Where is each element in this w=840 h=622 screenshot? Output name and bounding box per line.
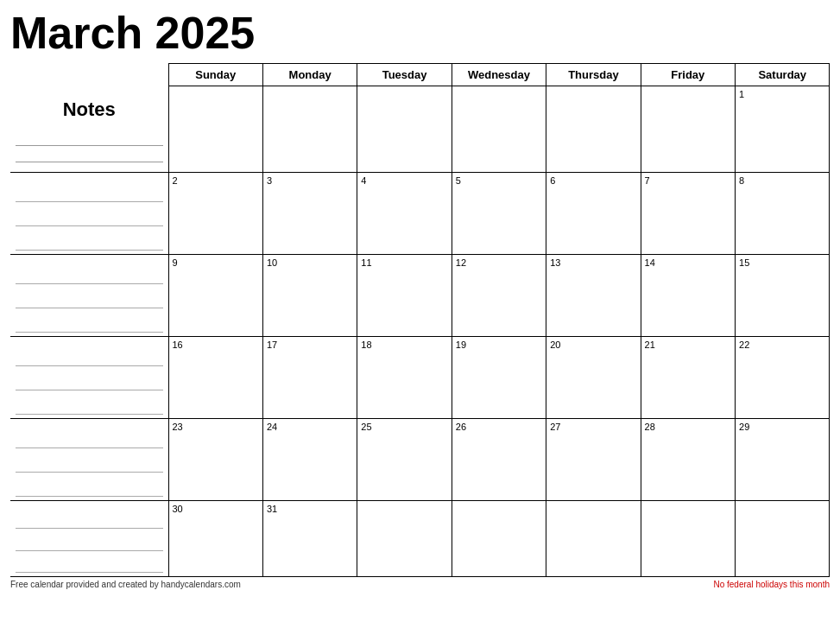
day-number-15: 15 xyxy=(739,257,749,268)
day-number-5: 5 xyxy=(456,175,461,186)
header-tuesday: Tuesday xyxy=(357,64,452,86)
day-cell-2-5: 14 xyxy=(641,255,735,337)
day-cell-0-3 xyxy=(452,86,546,173)
day-cell-1-2: 4 xyxy=(357,173,452,255)
day-cell-2-2: 11 xyxy=(357,255,452,337)
day-cell-5-0: 30 xyxy=(168,501,262,577)
day-number-22: 22 xyxy=(739,340,749,350)
notes-cell-0: Notes xyxy=(10,86,168,173)
day-number-14: 14 xyxy=(645,257,655,268)
day-cell-2-1: 10 xyxy=(262,255,357,337)
week-row-3: 16171819202122 xyxy=(10,337,830,419)
week-row-2: 9101112131415 xyxy=(10,255,830,337)
day-number-30: 30 xyxy=(173,504,183,514)
day-cell-3-4: 20 xyxy=(546,337,641,419)
footer-left: Free calendar provided and created by ha… xyxy=(10,580,241,589)
day-number-7: 7 xyxy=(645,175,650,186)
footer-right: No federal holidays this month xyxy=(713,580,830,589)
page-title: March 2025 xyxy=(10,9,830,58)
notes-cell-4 xyxy=(10,419,168,501)
notes-cell-5 xyxy=(10,501,168,577)
week-row-0: Notes1 xyxy=(10,86,830,173)
day-number-3: 3 xyxy=(267,175,272,186)
header-wednesday: Wednesday xyxy=(452,64,546,86)
header-saturday: Saturday xyxy=(736,64,830,86)
day-number-29: 29 xyxy=(739,422,749,432)
day-number-31: 31 xyxy=(267,504,277,514)
day-cell-0-4 xyxy=(546,86,641,173)
day-number-25: 25 xyxy=(361,422,371,432)
day-cell-5-1: 31 xyxy=(262,501,357,577)
day-number-12: 12 xyxy=(456,257,466,268)
day-cell-5-5 xyxy=(641,501,735,577)
day-cell-2-4: 13 xyxy=(546,255,641,337)
day-cell-5-3 xyxy=(452,501,546,577)
day-number-13: 13 xyxy=(550,257,560,268)
header-friday: Friday xyxy=(641,64,735,86)
day-cell-4-1: 24 xyxy=(262,419,357,501)
week-row-1: 2345678 xyxy=(10,173,830,255)
notes-label: Notes xyxy=(10,90,168,130)
day-number-4: 4 xyxy=(361,175,366,186)
day-cell-2-3: 12 xyxy=(452,255,546,337)
footer: Free calendar provided and created by ha… xyxy=(10,580,830,589)
day-cell-4-2: 25 xyxy=(357,419,452,501)
day-number-20: 20 xyxy=(550,340,560,350)
day-cell-3-2: 18 xyxy=(357,337,452,419)
day-cell-0-0 xyxy=(168,86,262,173)
day-number-21: 21 xyxy=(645,340,655,350)
day-cell-3-3: 19 xyxy=(452,337,546,419)
day-number-24: 24 xyxy=(267,422,277,432)
day-cell-1-3: 5 xyxy=(452,173,546,255)
day-cell-1-5: 7 xyxy=(641,173,735,255)
day-cell-4-6: 29 xyxy=(736,419,830,501)
day-number-1: 1 xyxy=(739,89,744,99)
week-row-4: 23242526272829 xyxy=(10,419,830,501)
day-cell-5-4 xyxy=(546,501,641,577)
header-row: Sunday Monday Tuesday Wednesday Thursday… xyxy=(10,64,830,86)
day-cell-1-6: 8 xyxy=(736,173,830,255)
day-number-28: 28 xyxy=(645,422,655,432)
day-number-18: 18 xyxy=(361,340,371,350)
day-number-19: 19 xyxy=(456,340,466,350)
day-number-26: 26 xyxy=(456,422,466,432)
day-cell-4-0: 23 xyxy=(168,419,262,501)
day-cell-3-1: 17 xyxy=(262,337,357,419)
day-number-8: 8 xyxy=(739,175,744,186)
header-sunday: Sunday xyxy=(168,64,262,86)
day-number-17: 17 xyxy=(267,340,277,350)
day-cell-1-4: 6 xyxy=(546,173,641,255)
notes-cell-3 xyxy=(10,337,168,419)
day-cell-0-2 xyxy=(357,86,452,173)
header-monday: Monday xyxy=(262,64,357,86)
day-cell-5-6 xyxy=(736,501,830,577)
day-cell-4-5: 28 xyxy=(641,419,735,501)
notes-cell-2 xyxy=(10,255,168,337)
day-number-9: 9 xyxy=(173,257,178,268)
calendar-table: Sunday Monday Tuesday Wednesday Thursday… xyxy=(10,63,830,577)
header-thursday: Thursday xyxy=(546,64,641,86)
day-cell-3-6: 22 xyxy=(736,337,830,419)
day-cell-1-1: 3 xyxy=(262,173,357,255)
day-number-11: 11 xyxy=(361,257,371,268)
day-number-23: 23 xyxy=(173,422,183,432)
week-row-5: 3031 xyxy=(10,501,830,577)
day-cell-4-3: 26 xyxy=(452,419,546,501)
day-number-27: 27 xyxy=(550,422,560,432)
day-number-16: 16 xyxy=(173,340,183,350)
day-cell-5-2 xyxy=(357,501,452,577)
day-number-10: 10 xyxy=(267,257,277,268)
day-cell-0-1 xyxy=(262,86,357,173)
notes-cell-1 xyxy=(10,173,168,255)
day-number-6: 6 xyxy=(550,175,555,186)
notes-header xyxy=(10,64,168,86)
day-number-2: 2 xyxy=(173,175,178,186)
day-cell-0-5 xyxy=(641,86,735,173)
day-cell-3-0: 16 xyxy=(168,337,262,419)
day-cell-2-0: 9 xyxy=(168,255,262,337)
day-cell-2-6: 15 xyxy=(736,255,830,337)
day-cell-3-5: 21 xyxy=(641,337,735,419)
day-cell-0-6: 1 xyxy=(736,86,830,173)
day-cell-4-4: 27 xyxy=(546,419,641,501)
day-cell-1-0: 2 xyxy=(168,173,262,255)
